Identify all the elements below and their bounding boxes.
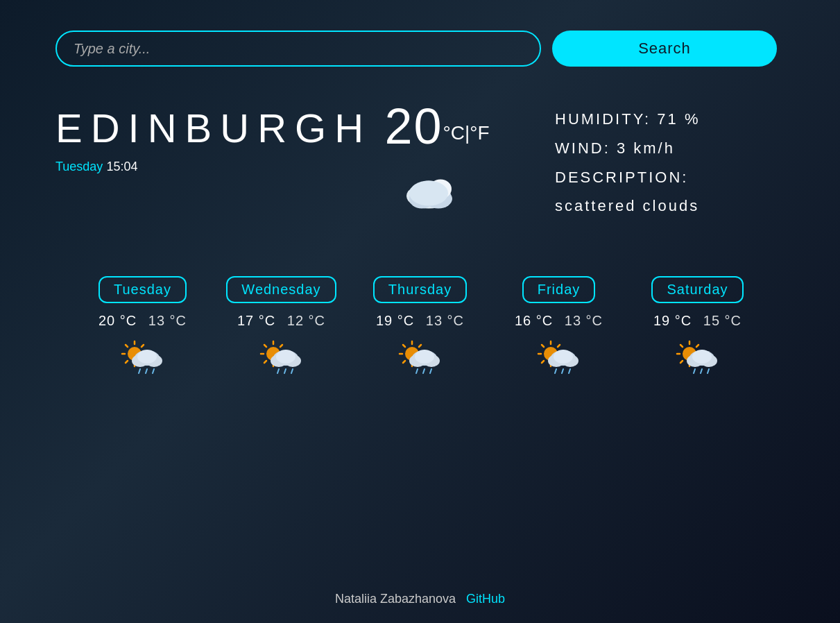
svg-line-19: [139, 369, 140, 373]
search-section: Search: [0, 0, 840, 67]
footer: Nataliia Zabazhanova GitHub: [335, 592, 505, 606]
svg-line-78: [680, 361, 683, 363]
current-date: Tuesday: [55, 160, 103, 173]
forecast-temps: 16 °C 13 °C: [515, 313, 603, 329]
svg-line-46: [403, 361, 405, 363]
forecast-card-2: Thursday 19 °C 13 °C: [365, 276, 476, 373]
svg-line-13: [142, 345, 144, 347]
weather-details: HUMIDITY: 71 % WIND: 3 km/h DESCRIPTION:…: [527, 105, 785, 221]
svg-point-5: [409, 181, 448, 206]
svg-line-20: [146, 369, 147, 373]
svg-line-84: [701, 369, 702, 373]
forecast-temps: 20 °C 13 °C: [98, 313, 187, 329]
forecast-icon: [121, 339, 165, 373]
search-input[interactable]: [55, 31, 541, 67]
temperature-display: 20°C|°F: [384, 101, 489, 151]
forecast-low: 13 °C: [426, 313, 464, 328]
svg-line-85: [708, 369, 709, 373]
svg-line-11: [126, 345, 128, 347]
forecast-card-4: Saturday 19 °C 15 °C: [642, 276, 753, 373]
main-weather: EDINBURGH Tuesday 15:04 20°C|°F HUMIDITY…: [0, 67, 840, 221]
forecast-high: 17 °C: [237, 313, 275, 328]
svg-line-35: [277, 369, 279, 373]
forecast-icon: [537, 339, 581, 373]
forecast-icon: [676, 339, 720, 373]
forecast-day-label: Saturday: [651, 276, 743, 303]
forecast-icon: [398, 339, 443, 373]
forecast-card-1: Wednesday 17 °C 12 °C: [226, 276, 337, 373]
wind-label: WIND:: [555, 139, 610, 157]
svg-line-59: [542, 345, 544, 347]
svg-line-83: [694, 369, 695, 373]
date-time: Tuesday 15:04: [55, 160, 347, 174]
forecast-day-label: Wednesday: [226, 276, 336, 303]
svg-line-53: [430, 369, 431, 373]
svg-point-66: [554, 350, 573, 364]
description-display: DESCRIPTION:: [555, 163, 785, 192]
forecast-temps: 19 °C 13 °C: [376, 313, 464, 329]
github-link[interactable]: GitHub: [466, 592, 505, 606]
forecast-day-label: Tuesday: [98, 276, 187, 303]
forecast-low: 12 °C: [287, 313, 325, 328]
forecast-day-label: Friday: [522, 276, 596, 303]
svg-point-82: [692, 350, 712, 364]
forecast-low: 13 °C: [565, 313, 603, 328]
svg-line-29: [280, 345, 282, 347]
description-label: DESCRIPTION:: [555, 169, 688, 186]
forecast-day-label: Thursday: [373, 276, 467, 303]
svg-line-27: [264, 345, 266, 347]
forecast-high: 19 °C: [376, 313, 414, 328]
svg-point-50: [415, 350, 434, 364]
svg-line-21: [153, 369, 154, 373]
main-weather-icon: [402, 165, 472, 216]
city-info: EDINBURGH Tuesday 15:04: [55, 108, 347, 174]
forecast-low: 13 °C: [148, 313, 187, 328]
wind-value: 3 km/h: [617, 139, 675, 157]
svg-point-18: [137, 350, 157, 364]
forecast-high: 19 °C: [653, 313, 692, 328]
forecast-section: Tuesday 20 °C 13 °C: [0, 234, 840, 373]
forecast-temps: 19 °C 15 °C: [653, 313, 742, 329]
svg-line-30: [264, 361, 266, 363]
svg-line-61: [558, 345, 560, 347]
humidity-value: 71 %: [657, 110, 700, 128]
forecast-high: 20 °C: [98, 313, 137, 328]
svg-line-52: [423, 369, 425, 373]
forecast-icon: [259, 339, 304, 373]
wind-display: WIND: 3 km/h: [555, 134, 785, 163]
humidity-label: HUMIDITY:: [555, 110, 651, 128]
forecast-card-0: Tuesday 20 °C 13 °C: [87, 276, 198, 373]
city-name: EDINBURGH: [55, 108, 347, 148]
svg-line-75: [680, 345, 683, 347]
svg-line-69: [569, 369, 570, 373]
temp-section: 20°C|°F: [347, 101, 527, 216]
svg-line-37: [291, 369, 293, 373]
svg-point-34: [276, 350, 295, 364]
forecast-low: 15 °C: [703, 313, 742, 328]
humidity-display: HUMIDITY: 71 %: [555, 105, 785, 134]
svg-line-51: [416, 369, 418, 373]
svg-line-77: [696, 345, 698, 347]
description-value: scattered clouds: [555, 197, 699, 214]
svg-line-36: [284, 369, 286, 373]
svg-line-68: [562, 369, 563, 373]
footer-author: Nataliia Zabazhanova: [335, 592, 456, 606]
svg-line-67: [555, 369, 556, 373]
search-button[interactable]: Search: [552, 31, 777, 67]
description-value-display: scattered clouds: [555, 191, 785, 221]
forecast-card-3: Friday 16 °C 13 °C: [504, 276, 615, 373]
forecast-temps: 17 °C 12 °C: [237, 313, 325, 329]
current-time: 15:04: [106, 160, 137, 173]
svg-line-62: [542, 361, 544, 363]
svg-line-45: [419, 345, 421, 347]
svg-line-43: [403, 345, 405, 347]
forecast-high: 16 °C: [515, 313, 553, 328]
temperature-value: 20: [384, 99, 443, 154]
svg-line-14: [126, 361, 128, 363]
temp-unit: °C|°F: [443, 122, 490, 144]
